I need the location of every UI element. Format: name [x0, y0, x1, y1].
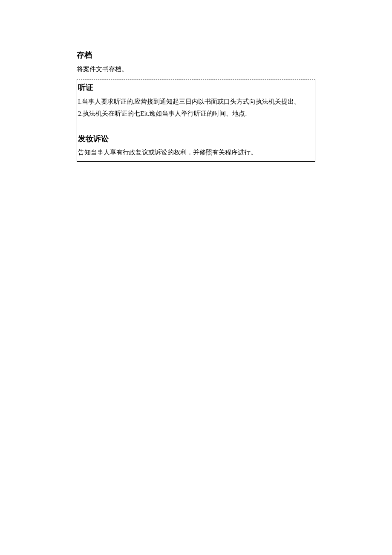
- archive-heading: 存档: [77, 49, 315, 61]
- hearing-line-1: I.当事人要求听证的,应营接到通知起三日内以书面或口头方式向执法机关提出。: [78, 96, 314, 108]
- archive-section: 存档 将案件文书存档。: [77, 49, 315, 74]
- boxed-sections: 听证 I.当事人要求听证的,应营接到通知起三日内以书面或口头方式向执法机关提出。…: [77, 79, 315, 162]
- archive-body: 将案件文书存档。: [77, 64, 315, 74]
- litigation-heading: 发妆诉讼: [78, 133, 314, 145]
- hearing-line-2: 2.执法机关在听证的七Eit.逸如当事人举行听证的时间、地点.: [78, 108, 314, 120]
- litigation-body: 告知当事人享有行政复议或诉讼的权利，并修照有关程序进行。: [78, 146, 314, 159]
- litigation-section: 发妆诉讼 告知当事人享有行政复议或诉讼的权利，并修照有关程序进行。: [78, 133, 314, 159]
- hearing-heading: 听证: [78, 81, 314, 94]
- section-spacer: [78, 120, 314, 133]
- hearing-section: 听证 I.当事人要求听证的,应营接到通知起三日内以书面或口头方式向执法机关提出。…: [78, 81, 314, 120]
